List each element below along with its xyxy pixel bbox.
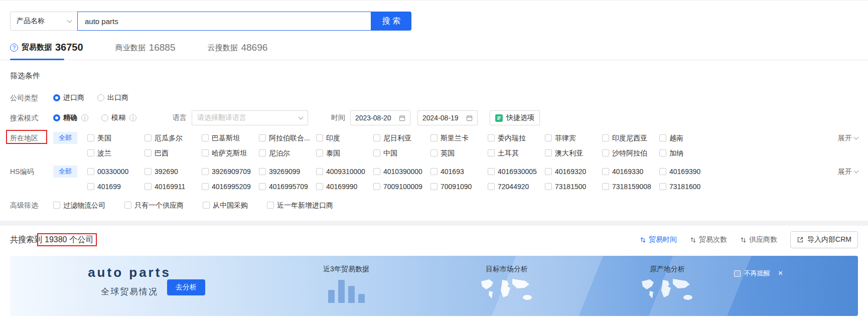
hs-checkbox[interactable]: 00330000: [87, 166, 144, 178]
region-checkbox[interactable]: 波兰: [87, 147, 144, 159]
sort-trade-time[interactable]: 贸易时间: [640, 235, 677, 244]
region-checkbox[interactable]: 厄瓜多尔: [144, 132, 202, 144]
region-checkbox[interactable]: 印度尼西亚: [602, 132, 659, 144]
tab-cloud-search-data[interactable]: 云搜数据 48696: [207, 38, 267, 60]
checkbox-icon: [430, 183, 438, 190]
radio-label: 出口商: [107, 93, 128, 102]
checkbox-label: 近一年新增进口商: [277, 199, 333, 211]
hs-checkbox[interactable]: 39269099: [259, 166, 316, 178]
search-input[interactable]: [77, 12, 371, 31]
region-checkbox[interactable]: 沙特阿拉伯: [602, 147, 659, 159]
sort-supplier-count[interactable]: 供应商数: [740, 235, 777, 244]
checkbox-label: 哈萨克斯坦: [212, 147, 247, 159]
region-checkbox[interactable]: 巴基斯坦: [202, 132, 259, 144]
region-checkbox[interactable]: 印度: [316, 132, 373, 144]
hs-checkbox[interactable]: 73181500: [545, 181, 602, 193]
checkbox-label: 沙特阿拉伯: [612, 147, 647, 159]
advanced-checkbox[interactable]: 过滤物流公司: [53, 199, 109, 211]
region-all-button[interactable]: 全部: [53, 132, 77, 144]
advanced-checkbox[interactable]: 近一年新增进口商: [267, 199, 337, 211]
checkbox-label: 70091090: [441, 181, 472, 193]
region-checkbox[interactable]: 美国: [87, 132, 144, 144]
checkbox-label: 越南: [669, 132, 683, 144]
radio-icon: [97, 94, 104, 101]
sort-trade-count[interactable]: 贸易次数: [690, 235, 727, 244]
region-checkbox[interactable]: 泰国: [316, 147, 373, 159]
region-checkbox[interactable]: 澳大利亚: [545, 147, 602, 159]
hs-checkbox[interactable]: 7009100009: [373, 181, 430, 193]
region-checkbox[interactable]: 委内瑞拉: [488, 132, 545, 144]
hs-checkbox[interactable]: 3926909709: [202, 166, 259, 178]
info-icon[interactable]: i: [81, 114, 88, 121]
region-checkbox[interactable]: 中国: [373, 147, 430, 159]
end-date-picker[interactable]: 2024-08-19: [417, 110, 478, 125]
quick-options-button[interactable]: 快捷选项: [490, 110, 540, 125]
hs-checkbox[interactable]: 392690: [144, 166, 202, 178]
hs-checkbox[interactable]: 4016995209: [202, 181, 259, 193]
radio-importer[interactable]: 进口商: [53, 93, 84, 102]
checkbox-icon: [316, 183, 323, 190]
hs-checkbox[interactable]: 4010390000: [373, 166, 430, 178]
radio-label: 精确: [63, 113, 77, 122]
hs-checkbox[interactable]: 7318159008: [602, 181, 659, 193]
hs-row-2: 401699 40169911 4016995209 4016995709 40…: [87, 181, 833, 193]
analyze-button[interactable]: 去分析: [167, 279, 205, 295]
hs-checkbox[interactable]: 40169390: [659, 166, 716, 178]
close-icon[interactable]: ×: [778, 269, 783, 277]
hs-checkbox[interactable]: 70091090: [430, 181, 488, 193]
advanced-checkbox[interactable]: 从中国采购: [203, 199, 252, 211]
hs-checkbox[interactable]: 401693: [430, 166, 488, 178]
quick-options-label: 快捷选项: [506, 113, 534, 122]
advanced-checkbox[interactable]: 只有一个供应商: [124, 199, 188, 211]
help-icon[interactable]: ?: [10, 44, 18, 52]
search-category-select[interactable]: 产品名称: [10, 12, 78, 31]
expand-label: 展开: [838, 166, 852, 178]
region-checkbox[interactable]: 加纳: [659, 147, 716, 159]
tab-business-data[interactable]: 商业数据 16885: [115, 38, 176, 60]
radio-selected-icon: [53, 94, 60, 101]
world-map-icon: [638, 277, 697, 303]
hs-checkbox[interactable]: 40169330: [602, 166, 659, 178]
region-checkbox[interactable]: 土耳其: [488, 147, 545, 159]
region-checkbox[interactable]: 英国: [430, 147, 488, 159]
region-checkbox[interactable]: 巴西: [144, 147, 202, 159]
checkbox-icon: [373, 149, 380, 156]
checkbox-icon: [430, 134, 438, 141]
region-checkbox[interactable]: 菲律宾: [545, 132, 602, 144]
language-select[interactable]: 请选择翻译语言: [192, 110, 308, 125]
hs-checkbox[interactable]: 40169911: [144, 181, 202, 193]
region-expand-link[interactable]: 展开: [833, 132, 858, 144]
hs-checkbox[interactable]: 40169320: [545, 166, 602, 178]
hs-checkbox[interactable]: 401699: [87, 181, 144, 193]
banner-col-title: 近3年贸易数据: [306, 265, 386, 274]
region-checkbox[interactable]: 尼日利亚: [373, 132, 430, 144]
info-icon[interactable]: i: [129, 114, 136, 121]
hs-checkbox[interactable]: 4009310000: [316, 166, 373, 178]
region-checkbox[interactable]: 哈萨克斯坦: [202, 147, 259, 159]
hs-checkbox[interactable]: 40169990: [316, 181, 373, 193]
hs-all-button[interactable]: 全部: [53, 166, 77, 178]
region-checkbox[interactable]: 尼泊尔: [259, 147, 316, 159]
calendar-icon: [466, 115, 473, 121]
checkbox-label: 巴基斯坦: [212, 132, 240, 144]
region-checkbox[interactable]: 斯里兰卡: [430, 132, 488, 144]
region-checkbox[interactable]: 阿拉伯联合...: [259, 132, 316, 144]
hs-checkbox[interactable]: 4016930005: [488, 166, 545, 178]
search-button[interactable]: 搜 索: [371, 12, 411, 31]
sort-label: 贸易次数: [699, 235, 727, 244]
dismiss-checkbox[interactable]: [734, 270, 741, 277]
radio-exporter[interactable]: 出口商: [97, 93, 128, 102]
hs-checkbox[interactable]: 4016995709: [259, 181, 316, 193]
radio-exact-mode[interactable]: 精确 i: [53, 113, 88, 122]
start-date-picker[interactable]: 2023-08-20: [350, 110, 410, 125]
trade-data-search-page: 产品名称 搜 索 ? 贸易数据 36750 商业数据 16885 云搜数据 48…: [0, 0, 868, 322]
hs-expand-link[interactable]: 展开: [833, 166, 858, 178]
hs-checkbox[interactable]: 72044920: [488, 181, 545, 193]
region-checkbox[interactable]: 越南: [659, 132, 716, 144]
end-date-value: 2024-08-19: [422, 114, 459, 122]
hs-checkbox[interactable]: 73181600: [659, 181, 716, 193]
radio-fuzzy-mode[interactable]: 模糊 i: [101, 113, 136, 122]
import-crm-button[interactable]: 导入内部CRM: [790, 231, 858, 248]
tab-trade-data[interactable]: ? 贸易数据 36750: [10, 38, 83, 60]
analysis-banner: auto parts 全球贸易情况 去分析 近3年贸易数据 目标市场分析: [10, 256, 858, 316]
